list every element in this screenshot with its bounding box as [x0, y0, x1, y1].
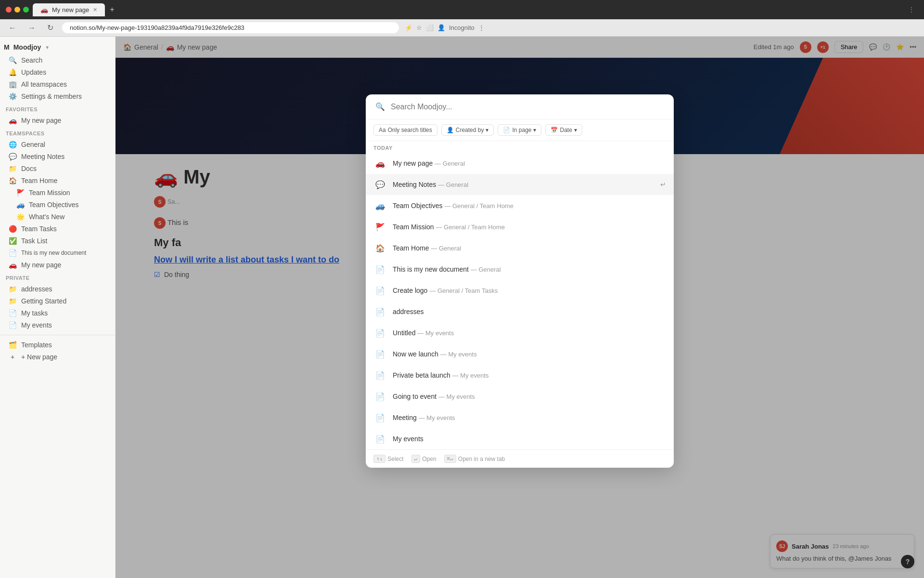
result-my-new-page[interactable]: 🚗 My new page — General [366, 153, 674, 174]
sidebar-item-my-events[interactable]: 📄 My events [2, 319, 113, 331]
sidebar-item-general[interactable]: 🌐 General [2, 139, 113, 150]
filter-only-titles[interactable]: Aa Only search titles [373, 124, 437, 136]
result-path-11: — My events [438, 393, 475, 400]
workspace-name[interactable]: M Moodjoy ▼ [0, 40, 115, 54]
my-events-label: My events [21, 321, 52, 329]
result-meeting-notes[interactable]: 💬 Meeting Notes — General ↵ [366, 174, 674, 195]
result-text-3: Team Mission — General / Team Home [393, 223, 666, 231]
sidebar-item-getting-started[interactable]: 📁 Getting Started [2, 295, 113, 307]
team-tasks-icon: 🔴 [8, 225, 17, 233]
sidebar-item-team-mission[interactable]: 🚩 Team Mission [2, 187, 113, 198]
back-button[interactable]: ← [6, 23, 19, 33]
sidebar-settings-label: Settings & members [21, 92, 82, 100]
new-tab-button[interactable]: + [107, 4, 117, 15]
sidebar-item-settings[interactable]: ⚙️ Settings & members [2, 91, 113, 102]
result-create-logo[interactable]: 📄 Create logo — General / Team Tasks [366, 280, 674, 301]
url-bar[interactable] [62, 22, 399, 33]
search-input[interactable] [391, 103, 664, 111]
result-addresses[interactable]: 📄 addresses [366, 301, 674, 322]
result-meeting[interactable]: 📄 Meeting — My events [366, 407, 674, 428]
reload-button[interactable]: ↻ [44, 22, 56, 33]
sidebar-item-addresses[interactable]: 📁 addresses [2, 283, 113, 295]
result-my-events[interactable]: 📄 My events [366, 428, 674, 449]
result-untitled[interactable]: 📄 Untitled — My events [366, 322, 674, 343]
search-filters: Aa Only search titles 👤 Created by ▾ 📄 I… [366, 119, 674, 141]
filter-page-label: In page [512, 127, 531, 133]
sidebar-item-docs[interactable]: 📁 Docs [2, 163, 113, 174]
result-team-home[interactable]: 🏠 Team Home — General [366, 237, 674, 259]
whats-new-label: What's New [29, 213, 64, 221]
result-private-beta[interactable]: 📄 Private beta launch — My events [366, 365, 674, 386]
result-text-4: Team Home — General [393, 244, 666, 252]
sidebar-item-this-is-my-new[interactable]: 📄 This is my new document [2, 247, 113, 259]
filter-titles-icon: Aa [379, 127, 386, 133]
filter-created-by[interactable]: 👤 Created by ▾ [441, 124, 494, 136]
chevron-down-icon-2: ▾ [533, 127, 536, 133]
sidebar-item-my-new-page-fav[interactable]: 🚗 My new page [2, 115, 113, 126]
extension-icon[interactable]: ⚡ [405, 24, 412, 31]
modal-overlay[interactable]: 🔍 Aa Only search titles 👤 Created by ▾ [116, 37, 924, 578]
filter-in-page[interactable]: 📄 In page ▾ [498, 124, 541, 136]
chevron-down-icon-3: ▾ [574, 127, 577, 133]
open-shortcut: ↵ Open [411, 455, 436, 463]
sidebar-item-team-objectives[interactable]: 🚙 Team Objectives [2, 199, 113, 210]
sidebar-item-team-tasks[interactable]: 🔴 Team Tasks [2, 223, 113, 235]
tab-title: My new page [52, 6, 89, 13]
filter-created-label: Created by [456, 127, 484, 133]
docs-icon: 📁 [8, 165, 17, 172]
result-team-mission[interactable]: 🚩 Team Mission — General / Team Home [366, 216, 674, 237]
sidebar-item-new-page[interactable]: + + New page [2, 351, 113, 363]
sidebar-item-meeting-notes[interactable]: 💬 Meeting Notes [2, 151, 113, 162]
result-name-8: Untitled [393, 329, 415, 337]
templates-label: Templates [21, 341, 52, 349]
sidebar-item-templates[interactable]: 🗂️ Templates [2, 339, 113, 351]
result-name-3: Team Mission [393, 223, 434, 231]
tab-icon: 🚗 [40, 6, 48, 13]
filter-created-icon: 👤 [447, 127, 454, 133]
result-name-13: My events [393, 435, 424, 443]
result-name-2: Team Objectives [393, 202, 442, 210]
sidebar-item-whats-new[interactable]: 🌟 What's New [2, 211, 113, 223]
traffic-lights [6, 7, 29, 13]
bookmark-icon[interactable]: ☆ [416, 24, 422, 31]
result-text-10: Private beta launch — My events [393, 371, 666, 379]
result-name-11: Going to event [393, 393, 436, 400]
result-now-we-launch[interactable]: 📄 Now we launch — My events [366, 343, 674, 365]
profile-icon[interactable]: 👤 [437, 24, 445, 31]
sidebar-item-my-tasks[interactable]: 📄 My tasks [2, 307, 113, 319]
maximize-button[interactable] [23, 7, 29, 13]
result-icon-6: 📄 [373, 284, 387, 297]
result-icon-13: 📄 [373, 432, 387, 446]
sidebar-item-my-new-page-sidebar[interactable]: 🚗 My new page [2, 259, 113, 271]
sidebar-item-updates[interactable]: 🔔 Updates [2, 66, 113, 78]
sidebar-search-label: Search [21, 56, 42, 64]
my-new-page-label: My new page [21, 117, 61, 124]
more-icon[interactable]: ⋮ [478, 24, 485, 31]
sidebar-item-all-teamspaces[interactable]: 🏢 All teamspaces [2, 79, 113, 90]
team-tasks-label: Team Tasks [21, 225, 57, 233]
sidebar-item-team-home[interactable]: 🏠 Team Home [2, 175, 113, 186]
active-tab[interactable]: 🚗 My new page ✕ [33, 3, 105, 16]
result-going-to-event[interactable]: 📄 Going to event — My events [366, 386, 674, 407]
result-this-is-my-new[interactable]: 📄 This is my new document — General [366, 259, 674, 280]
filter-date[interactable]: 📅 Date ▾ [545, 124, 582, 136]
browser-chrome: 🚗 My new page ✕ + ⋮ [0, 0, 924, 19]
minimize-button[interactable] [14, 7, 20, 13]
private-section: Private [0, 271, 115, 283]
tab-view-icon[interactable]: ⬜ [426, 24, 434, 31]
result-path-10: — My events [452, 372, 489, 379]
forward-button[interactable]: → [25, 23, 38, 33]
tab-bar: 🚗 My new page ✕ + [33, 3, 905, 16]
result-icon-9: 📄 [373, 347, 387, 361]
addresses-label: addresses [21, 285, 52, 293]
browser-menu[interactable]: ⋮ [909, 6, 918, 13]
filter-titles-label: Only search titles [388, 127, 432, 133]
sidebar-item-search[interactable]: 🔍 Search [2, 54, 113, 66]
result-text-8: Untitled — My events [393, 329, 666, 337]
close-button[interactable] [6, 7, 12, 13]
search-input-row: 🔍 [366, 94, 674, 119]
result-team-objectives[interactable]: 🚙 Team Objectives — General / Team Home [366, 195, 674, 216]
tab-close-icon[interactable]: ✕ [93, 7, 97, 13]
sidebar-item-task-list[interactable]: ✅ Task List [2, 235, 113, 247]
result-name-1: Meeting Notes [393, 181, 436, 188]
